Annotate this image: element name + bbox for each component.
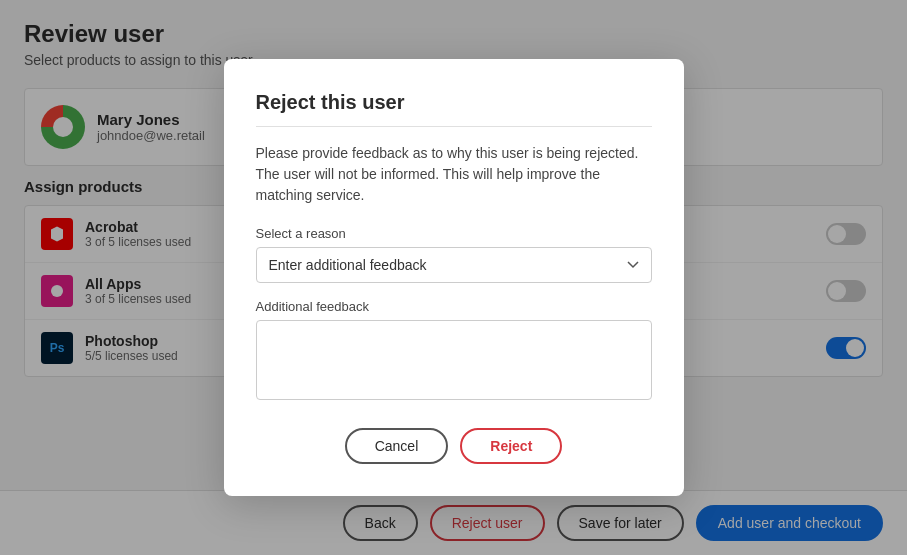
select-reason-label: Select a reason	[256, 226, 652, 241]
modal-reject-button[interactable]: Reject	[460, 428, 562, 464]
modal-title: Reject this user	[256, 91, 652, 127]
reason-form-group: Select a reason Enter additional feedbac…	[256, 226, 652, 283]
feedback-label: Additional feedback	[256, 299, 652, 314]
modal-cancel-button[interactable]: Cancel	[345, 428, 449, 464]
modal-description: Please provide feedback as to why this u…	[256, 143, 652, 206]
modal-overlay: Reject this user Please provide feedback…	[0, 0, 907, 555]
reason-select[interactable]: Enter additional feedback Not a good fit…	[256, 247, 652, 283]
modal-actions: Cancel Reject	[256, 428, 652, 464]
reject-modal: Reject this user Please provide feedback…	[224, 59, 684, 496]
feedback-form-group: Additional feedback	[256, 299, 652, 404]
feedback-textarea[interactable]	[256, 320, 652, 400]
